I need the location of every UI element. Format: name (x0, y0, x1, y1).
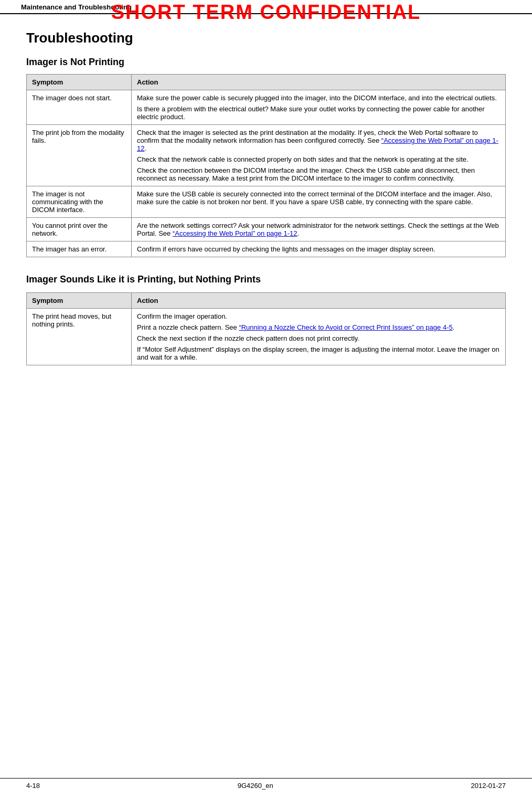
col2-symptom-header: Symptom (27, 293, 132, 309)
footer-left: 4-18 (26, 782, 40, 790)
page-title: Troubleshooting (26, 30, 506, 46)
symptom-cell: The print job from the modality fails. (27, 125, 132, 186)
section2-table: Symptom Action The print head moves, but… (26, 292, 506, 365)
symptom-cell: The imager has an error. (27, 241, 132, 257)
col-action-header: Action (132, 75, 506, 90)
action-para: Is there a problem with the electrical o… (137, 105, 500, 121)
col-symptom-header: Symptom (27, 75, 132, 90)
symptom-cell: The print head moves, but nothing prints… (27, 309, 132, 365)
section1-title: Imager is Not Printing (26, 57, 506, 68)
action-cell: Are the network settings correct? Ask yo… (132, 218, 506, 241)
header: Maintenance and Troubleshooting (0, 0, 532, 14)
action-para: If “Motor Self Adjustment” displays on t… (137, 345, 500, 361)
action-link[interactable]: “Accessing the Web Portal” on page 1-12 (137, 136, 498, 152)
footer-center: 9G4260_en (238, 782, 273, 790)
table-row: The imager has an error.Confirm if error… (27, 241, 506, 257)
action-para: Check that the imager is selected as the… (137, 129, 500, 152)
action-para: Confirm the imager operation. (137, 312, 500, 320)
action-cell: Confirm the imager operation.Print a noz… (132, 309, 506, 365)
table-row: The imager is not communicating with the… (27, 186, 506, 218)
table-row: You cannot print over the network.Are th… (27, 218, 506, 241)
action-para: Check the connection between the DICOM i… (137, 166, 500, 182)
action-para: Check that the network cable is connecte… (137, 155, 500, 163)
footer: 4-18 9G4260_en 2012-01-27 (0, 778, 532, 790)
section2-title: Imager Sounds Like it is Printing, but N… (26, 273, 506, 286)
footer-right: 2012-01-27 (471, 782, 506, 790)
table-row: The imager does not start.Make sure the … (27, 90, 506, 125)
col2-action-header: Action (132, 293, 506, 309)
symptom-cell: The imager is not communicating with the… (27, 186, 132, 218)
action-para: Make sure the USB cable is securely conn… (137, 190, 500, 206)
symptom-cell: You cannot print over the network. (27, 218, 132, 241)
symptom-cell: The imager does not start. (27, 90, 132, 125)
action-para: Confirm if errors have occurred by check… (137, 245, 500, 253)
action-cell: Make sure the USB cable is securely conn… (132, 186, 506, 218)
action-cell: Make sure the power cable is securely pl… (132, 90, 506, 125)
action-para: Check the next section if the nozzle che… (137, 334, 500, 342)
action-link[interactable]: “Running a Nozzle Check to Avoid or Corr… (239, 323, 452, 331)
action-cell: Check that the imager is selected as the… (132, 125, 506, 186)
action-para: Are the network settings correct? Ask yo… (137, 222, 500, 237)
action-para: Make sure the power cable is securely pl… (137, 94, 500, 102)
section1-table: Symptom Action The imager does not start… (26, 74, 506, 257)
action-cell: Confirm if errors have occurred by check… (132, 241, 506, 257)
action-para: Print a nozzle check pattern. See “Runni… (137, 323, 500, 331)
action-link[interactable]: “Accessing the Web Portal” on page 1-12 (173, 229, 297, 237)
table-row: The print job from the modality fails.Ch… (27, 125, 506, 186)
table-row: The print head moves, but nothing prints… (27, 309, 506, 365)
